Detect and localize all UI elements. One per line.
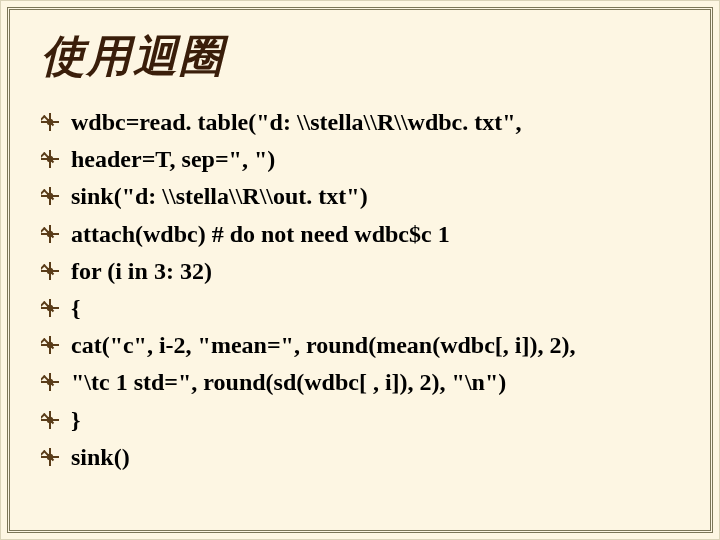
svg-point-34 bbox=[47, 342, 53, 348]
bullet-icon bbox=[41, 262, 59, 280]
slide: 使用迴圈 wdbc=read. table("d: \\stella\\R\\w… bbox=[0, 0, 720, 540]
list-item: sink() bbox=[41, 439, 685, 476]
slide-inner: 使用迴圈 wdbc=read. table("d: \\stella\\R\\w… bbox=[7, 7, 713, 533]
svg-point-29 bbox=[47, 305, 53, 311]
list-item: { bbox=[41, 290, 685, 327]
list-item: wdbc=read. table("d: \\stella\\R\\wdbc. … bbox=[41, 104, 685, 141]
svg-point-9 bbox=[47, 156, 53, 162]
bullet-icon bbox=[41, 448, 59, 466]
bullet-text: attach(wdbc) # do not need wdbc$c 1 bbox=[71, 221, 450, 247]
bullet-icon bbox=[41, 373, 59, 391]
bullet-text: header=T, sep=", ") bbox=[71, 146, 275, 172]
svg-point-19 bbox=[47, 230, 53, 236]
bullet-text: wdbc=read. table("d: \\stella\\R\\wdbc. … bbox=[71, 109, 522, 135]
bullet-icon bbox=[41, 187, 59, 205]
bullet-icon bbox=[41, 113, 59, 131]
svg-point-44 bbox=[47, 416, 53, 422]
svg-point-49 bbox=[47, 453, 53, 459]
bullet-text: { bbox=[71, 295, 80, 321]
list-item: sink("d: \\stella\\R\\out. txt") bbox=[41, 178, 685, 215]
list-item: for (i in 3: 32) bbox=[41, 253, 685, 290]
bullet-text: "\tc 1 std=", round(sd(wdbc[ , i]), 2), … bbox=[71, 369, 506, 395]
bullet-icon bbox=[41, 299, 59, 317]
bullet-text: sink() bbox=[71, 444, 130, 470]
bullet-list: wdbc=read. table("d: \\stella\\R\\wdbc. … bbox=[41, 104, 685, 476]
list-item: "\tc 1 std=", round(sd(wdbc[ , i]), 2), … bbox=[41, 364, 685, 401]
list-item: attach(wdbc) # do not need wdbc$c 1 bbox=[41, 216, 685, 253]
slide-title: 使用迴圈 bbox=[41, 27, 685, 86]
bullet-icon bbox=[41, 150, 59, 168]
list-item: cat("c", i-2, "mean=", round(mean(wdbc[,… bbox=[41, 327, 685, 364]
svg-point-4 bbox=[47, 119, 53, 125]
svg-point-24 bbox=[47, 268, 53, 274]
list-item: } bbox=[41, 402, 685, 439]
bullet-text: cat("c", i-2, "mean=", round(mean(wdbc[,… bbox=[71, 332, 575, 358]
svg-point-14 bbox=[47, 193, 53, 199]
bullet-text: } bbox=[71, 407, 80, 433]
bullet-icon bbox=[41, 336, 59, 354]
svg-point-39 bbox=[47, 379, 53, 385]
bullet-text: for (i in 3: 32) bbox=[71, 258, 212, 284]
bullet-icon bbox=[41, 411, 59, 429]
bullet-text: sink("d: \\stella\\R\\out. txt") bbox=[71, 183, 368, 209]
list-item: header=T, sep=", ") bbox=[41, 141, 685, 178]
bullet-icon bbox=[41, 225, 59, 243]
